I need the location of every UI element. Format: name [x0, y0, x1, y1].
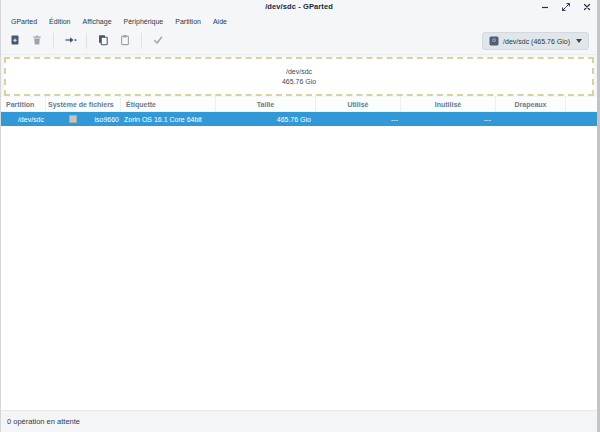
partition-list-empty-area[interactable] — [1, 126, 597, 410]
toolbar-separator — [86, 33, 87, 49]
new-partition-button[interactable] — [6, 32, 24, 50]
resize-move-button[interactable] — [61, 32, 79, 50]
filesystem-name: iso9660 — [94, 116, 119, 123]
column-header-label[interactable]: Étiquette — [121, 97, 216, 111]
delete-partition-icon — [31, 32, 43, 50]
resize-move-icon — [64, 32, 77, 50]
disk-size: 465.76 Gio — [282, 77, 316, 86]
filesystem-color-swatch — [69, 115, 77, 123]
window-controls — [538, 1, 593, 13]
column-header-filler — [566, 97, 597, 111]
chevron-down-icon — [576, 39, 582, 43]
toolbar: /dev/sdc (465.76 Gio) — [1, 28, 597, 55]
cell-label: Zorin OS 16.1 Core 64bit — [121, 112, 216, 126]
gparted-window: /dev/sdc - GParted — [0, 0, 600, 432]
menu-aide[interactable]: Aide — [207, 16, 233, 27]
toolbar-separator — [141, 33, 142, 49]
device-selector[interactable]: /dev/sdc (465.76 Gio) — [482, 32, 589, 50]
cell-filesystem: iso9660 — [46, 112, 121, 126]
column-header-size[interactable]: Taille — [216, 97, 316, 111]
minimize-icon — [540, 2, 550, 12]
cell-size: 465.76 Gio — [216, 112, 316, 126]
close-button[interactable] — [580, 1, 593, 13]
paste-icon — [119, 32, 131, 50]
column-header-flags[interactable]: Drapeaux — [496, 97, 566, 111]
restore-button[interactable] — [559, 1, 572, 13]
menu-edition[interactable]: Édition — [43, 16, 76, 27]
cell-unused: --- — [401, 112, 496, 126]
close-icon — [582, 2, 592, 12]
paste-button[interactable] — [116, 32, 134, 50]
disk-drive-icon — [489, 36, 499, 47]
status-bar: 0 opération en attente — [1, 410, 597, 432]
menu-affichage[interactable]: Affichage — [76, 16, 117, 27]
device-selector-label: /dev/sdc (465.76 Gio) — [503, 38, 570, 45]
column-header-filesystem[interactable]: Système de fichiers — [46, 97, 121, 111]
column-header-used[interactable]: Utilisé — [316, 97, 401, 111]
menu-partition[interactable]: Partition — [169, 16, 207, 27]
column-header-partition[interactable]: Partition — [1, 97, 46, 111]
cell-used: --- — [316, 112, 401, 126]
apply-button[interactable] — [149, 32, 167, 50]
menu-peripherique[interactable]: Périphérique — [118, 16, 170, 27]
table-row[interactable]: /dev/sdc iso9660 Zorin OS 16.1 Core 64bi… — [1, 112, 597, 126]
disk-visual-area: /dev/sdc 465.76 Gio — [1, 55, 597, 97]
cell-filler — [566, 112, 597, 126]
menu-gparted[interactable]: GParted — [5, 16, 43, 27]
minimize-button[interactable] — [538, 1, 551, 13]
cell-flags — [496, 112, 566, 126]
table-header-row: Partition Système de fichiers Étiquette … — [1, 97, 597, 112]
cell-partition: /dev/sdc — [1, 112, 46, 126]
disk-visual-box[interactable]: /dev/sdc 465.76 Gio — [4, 57, 594, 96]
disk-device-name: /dev/sdc — [286, 67, 312, 76]
column-header-unused[interactable]: Inutilisé — [401, 97, 496, 111]
pending-operations-text: 0 opération en attente — [7, 417, 80, 426]
toolbar-separator — [53, 33, 54, 49]
copy-button[interactable] — [94, 32, 112, 50]
new-partition-icon — [9, 32, 21, 50]
apply-icon — [152, 32, 164, 50]
partition-table: Partition Système de fichiers Étiquette … — [1, 97, 597, 126]
delete-partition-button[interactable] — [28, 32, 46, 50]
copy-icon — [97, 32, 109, 50]
title-bar: /dev/sdc - GParted — [1, 0, 597, 14]
menu-bar: GParted Édition Affichage Périphérique P… — [1, 14, 597, 28]
restore-icon — [561, 2, 571, 12]
window-title: /dev/sdc - GParted — [1, 2, 597, 11]
